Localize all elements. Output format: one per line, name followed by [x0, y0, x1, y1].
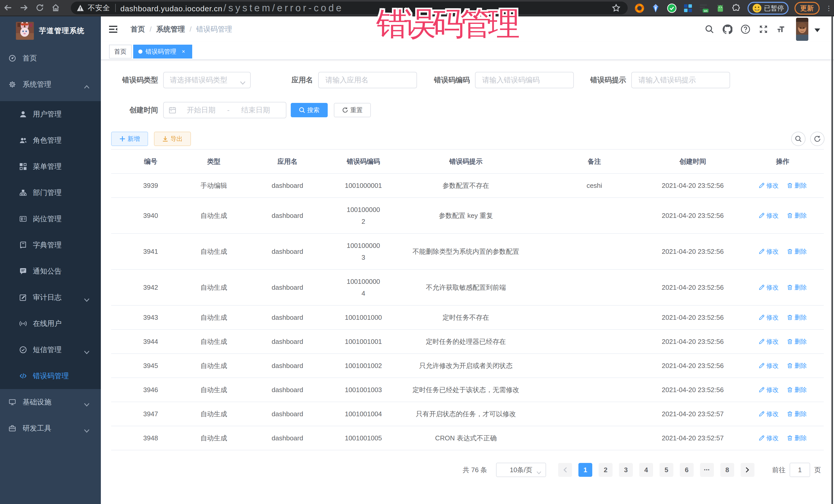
extensions-puzzle-icon[interactable] [731, 3, 742, 13]
sidebar-item-9[interactable]: 审计日志 [0, 284, 101, 310]
extension-android-icon[interactable] [715, 3, 725, 13]
extension-list-on-icon[interactable]: on [699, 3, 709, 13]
export-button[interactable]: 导出 [154, 132, 191, 146]
sidebar-item-2[interactable]: 用户管理 [0, 101, 101, 127]
extension-blue-gem-icon[interactable] [651, 3, 661, 13]
github-link-button[interactable] [719, 17, 737, 42]
table-row-3942: 3942自动生成dashboard100100000 4不允许获取敏感配置到前端… [111, 270, 824, 306]
sidebar-item-11[interactable]: 短信管理 [0, 337, 101, 363]
delete-link[interactable]: 删除 [787, 180, 807, 192]
edit-link[interactable]: 修改 [759, 246, 778, 257]
header-search-button[interactable] [701, 17, 719, 42]
profile-paused-badge[interactable]: 已暂停 [748, 2, 789, 15]
font-size-button[interactable] [772, 17, 790, 42]
next-page-button[interactable] [741, 463, 754, 477]
date-start-placeholder[interactable]: 开始日期 [176, 105, 226, 115]
sidebar-collapse-button[interactable] [109, 25, 118, 34]
jump-page-input[interactable]: 1 [790, 463, 810, 477]
bookmark-star-icon[interactable] [612, 4, 620, 14]
date-end-placeholder[interactable]: 结束日期 [231, 105, 281, 115]
error-type-label: 错误码类型 [111, 75, 163, 85]
page-size-select[interactable]: 10条/页 [496, 463, 546, 477]
browser-back-button[interactable] [0, 0, 16, 15]
edit-link[interactable]: 修改 [759, 180, 778, 192]
browser-update-button[interactable]: 更新 [794, 2, 820, 15]
extension-orange-ring-icon[interactable] [634, 3, 644, 13]
sidebar-item-8[interactable]: 通知公告 [0, 258, 101, 284]
toggle-search-button[interactable] [791, 132, 806, 146]
sidebar-item-10[interactable]: 在线用户 [0, 310, 101, 337]
edit-link[interactable]: 修改 [759, 408, 778, 420]
edit-link[interactable]: 修改 [759, 360, 778, 372]
edit-link[interactable]: 修改 [759, 336, 778, 348]
delete-link[interactable]: 删除 [787, 246, 807, 257]
extension-green-circle-icon[interactable] [667, 3, 677, 13]
more-pages-button[interactable]: ••• [700, 463, 714, 477]
page-button-5[interactable]: 5 [659, 463, 673, 477]
edit-link[interactable]: 修改 [759, 210, 778, 221]
add-button[interactable]: 新增 [111, 132, 148, 146]
delete-link[interactable]: 删除 [787, 408, 807, 420]
tag-error-code[interactable]: 错误码管理 × [133, 45, 192, 59]
delete-link[interactable]: 删除 [787, 282, 807, 293]
page-button-2[interactable]: 2 [599, 463, 613, 477]
fullscreen-button[interactable] [754, 17, 772, 42]
sidebar-item-7[interactable]: 字典管理 [0, 232, 101, 258]
caret-down-icon[interactable] [814, 25, 820, 34]
delete-link[interactable]: 删除 [787, 384, 807, 396]
url-text[interactable]: dashboard.yudao.iocoder.cn/system/error-… [120, 3, 344, 14]
refresh-table-button[interactable] [810, 132, 825, 146]
app-name-input[interactable]: 请输入应用名 [318, 72, 417, 88]
user-avatar[interactable] [796, 18, 808, 41]
error-hint-input[interactable]: 请输入错误码提示 [631, 72, 730, 88]
sidebar-item-6[interactable]: 岗位管理 [0, 206, 101, 232]
sidebar-item-14[interactable]: 研发工具 [0, 415, 101, 441]
edit-link[interactable]: 修改 [759, 384, 778, 396]
sidebar-item-3[interactable]: 角色管理 [0, 127, 101, 153]
extension-blue-grid-icon[interactable] [683, 3, 693, 13]
edit-link[interactable]: 修改 [759, 432, 778, 444]
page-button-4[interactable]: 4 [639, 463, 653, 477]
edit-link[interactable]: 修改 [759, 282, 778, 293]
page-button-8[interactable]: 8 [720, 463, 734, 477]
sidebar-item-13[interactable]: 基础设施 [0, 389, 101, 415]
tag-home[interactable]: 首页 [109, 45, 132, 59]
tag-close-icon[interactable]: × [180, 48, 187, 55]
page-button-3[interactable]: 3 [619, 463, 633, 477]
sidebar-item-4[interactable]: 菜单管理 [0, 153, 101, 180]
error-type-select[interactable]: 请选择错误码类型 [163, 72, 251, 88]
sidebar-item-0[interactable]: 首页 [0, 45, 101, 71]
browser-forward-button[interactable] [16, 0, 32, 15]
browser-home-button[interactable] [48, 0, 64, 15]
security-label[interactable]: 不安全 [88, 3, 110, 13]
browser-reload-button[interactable] [32, 0, 48, 15]
sidebar-item-12[interactable]: 错误码管理 [0, 363, 101, 389]
edit-link[interactable]: 修改 [759, 311, 778, 323]
search-button[interactable]: 搜索 [291, 103, 328, 117]
page-button-6[interactable]: 6 [680, 463, 694, 477]
help-button[interactable] [737, 17, 754, 42]
delete-link[interactable]: 删除 [787, 336, 807, 348]
page-button-1[interactable]: 1 [578, 463, 592, 477]
breadcrumb-home[interactable]: 首页 [131, 24, 145, 34]
table-row-3943: 3943自动生成dashboard1001001000定时任务不存在2021-0… [111, 306, 824, 330]
browser-menu-icon[interactable]: ⋮ [826, 4, 831, 12]
scrollbar[interactable] [831, 17, 833, 504]
address-bar[interactable]: 不安全 dashboard.yudao.iocoder.cn/system/er… [71, 2, 628, 14]
prev-page-button[interactable] [558, 463, 572, 477]
breadcrumb-section[interactable]: 系统管理 [156, 24, 185, 34]
sidebar-item-1[interactable]: 系统管理 [0, 71, 101, 97]
sidebar-logo[interactable]: 芋道管理系统 [0, 17, 101, 45]
delete-link-label: 删除 [794, 432, 807, 444]
sidebar-item-label: 角色管理 [33, 135, 62, 145]
error-code-input[interactable]: 请输入错误码编码 [475, 72, 574, 88]
delete-link[interactable]: 删除 [787, 311, 807, 323]
sidebar-item-5[interactable]: 部门管理 [0, 180, 101, 206]
delete-link[interactable]: 删除 [787, 360, 807, 372]
security-warning-icon[interactable] [76, 4, 84, 12]
column-header-1: 类型 [207, 155, 220, 167]
delete-link[interactable]: 删除 [787, 432, 807, 444]
reset-button[interactable]: 重置 [334, 103, 371, 117]
date-range-input[interactable]: 开始日期 - 结束日期 [163, 102, 286, 118]
delete-link[interactable]: 删除 [787, 210, 807, 221]
